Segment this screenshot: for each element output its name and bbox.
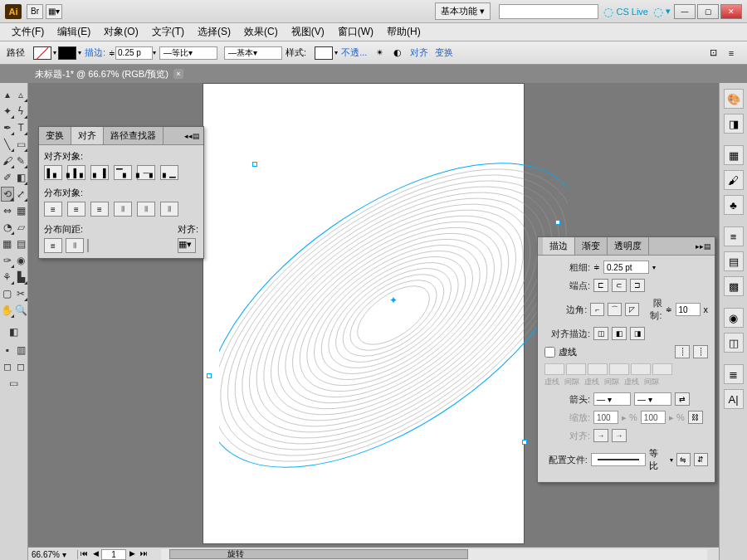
workspace-switcher[interactable]: 基本功能 ▾ xyxy=(435,2,491,20)
menu-view[interactable]: 视图(V) xyxy=(285,23,331,41)
tab-transform[interactable]: 变换 xyxy=(39,127,71,144)
document-tab-close[interactable]: × xyxy=(173,69,183,79)
dist-vcenter-button[interactable]: ≡ xyxy=(67,202,85,217)
swap-arrows-button[interactable]: ⇄ xyxy=(675,392,690,406)
fill-stroke-swatch[interactable]: ◧ xyxy=(1,323,26,341)
symbol-sprayer-tool[interactable]: ⚘ xyxy=(1,270,14,285)
pencil-tool[interactable]: ✎ xyxy=(15,153,28,168)
last-artboard-button[interactable]: ⏭ xyxy=(138,549,149,561)
dist-right-button[interactable]: ⦀ xyxy=(160,202,178,217)
mesh-tool[interactable]: ▦ xyxy=(1,236,14,251)
flip-v-button[interactable]: ⇵ xyxy=(694,453,708,466)
zoom-level[interactable]: 66.67% ▾ xyxy=(28,550,78,559)
weight-input[interactable] xyxy=(603,261,649,274)
align-right-button[interactable]: ▖▐ xyxy=(90,165,109,180)
tab-align[interactable]: 对齐 xyxy=(71,127,104,144)
draw-behind[interactable]: ◻ xyxy=(15,359,28,374)
gap-input[interactable] xyxy=(566,363,586,375)
eyedropper-tool[interactable]: ✑ xyxy=(1,253,14,268)
gradient-panel-icon[interactable]: ▤ xyxy=(724,251,744,271)
dash-align-button-1[interactable]: ┊ xyxy=(675,345,690,358)
dash-input[interactable] xyxy=(588,363,608,375)
dash-input[interactable] xyxy=(631,363,651,375)
align-top-button[interactable]: ▔▖ xyxy=(114,165,132,180)
rectangle-tool[interactable]: ▭ xyxy=(15,137,28,152)
menu-edit[interactable]: 编辑(E) xyxy=(51,23,97,41)
panel-collapse-icon[interactable]: ▸▸ xyxy=(696,242,704,251)
opacity-link[interactable]: 不透... xyxy=(341,46,367,59)
appearance-panel-icon[interactable]: ◉ xyxy=(724,308,744,328)
width-tool[interactable]: ⇔ xyxy=(1,203,14,218)
dist-top-button[interactable]: ≡ xyxy=(44,202,62,217)
next-artboard-button[interactable]: ▶ xyxy=(126,549,138,561)
draw-normal[interactable]: ◻ xyxy=(1,359,14,374)
menu-file[interactable]: 文件(F) xyxy=(5,23,51,41)
cs-live-button[interactable]: CS Live xyxy=(603,5,648,18)
cs-live-dropdown[interactable]: ▾ xyxy=(653,5,671,18)
align-stroke-center-button[interactable]: ◫ xyxy=(593,327,608,340)
dist-vspace-button[interactable]: ≡ xyxy=(44,238,62,253)
color-guide-panel-icon[interactable]: ◨ xyxy=(724,114,744,134)
align-hcenter-button[interactable]: ▖▌▖ xyxy=(67,165,85,180)
swatches-panel-icon[interactable]: ▦ xyxy=(724,145,744,165)
menu-help[interactable]: 帮助(H) xyxy=(380,23,427,41)
eraser-tool[interactable]: ◧ xyxy=(15,170,28,185)
menu-select[interactable]: 选择(S) xyxy=(191,23,237,41)
align-panel[interactable]: 变换 对齐 路径查找器 ◂◂ ▤ 对齐对象: ▌▖ ▖▌▖ ▖▐ ▔▖ ▖─▖ … xyxy=(38,126,204,259)
transform-link[interactable]: 变换 xyxy=(435,46,453,59)
document-tab[interactable]: 未标题-1* @ 66.67% (RGB/预览) × xyxy=(28,66,190,83)
graph-tool[interactable]: ▙ xyxy=(15,270,28,285)
stroke-swatch[interactable] xyxy=(58,46,76,60)
bridge-button[interactable]: Br xyxy=(27,4,43,19)
hand-tool[interactable]: ✋ xyxy=(1,303,14,318)
arrange-docs-button[interactable]: ▦▾ xyxy=(46,4,62,19)
dash-input[interactable] xyxy=(544,363,564,375)
blob-brush-tool[interactable]: ✐ xyxy=(1,170,14,185)
free-transform-tool[interactable]: ▦ xyxy=(15,203,28,218)
type-tool[interactable]: T xyxy=(15,120,28,135)
gap-input[interactable] xyxy=(652,363,672,375)
recolor-icon[interactable]: ✴ xyxy=(372,46,387,61)
dist-hspace-button[interactable]: ⦀ xyxy=(66,238,84,253)
paintbrush-tool[interactable]: 🖌 xyxy=(1,153,14,168)
slice-tool[interactable]: ✂ xyxy=(15,286,28,301)
align-stroke-inside-button[interactable]: ◧ xyxy=(612,327,627,340)
select-similar-icon[interactable]: ◐ xyxy=(390,46,405,61)
first-artboard-button[interactable]: ⏮ xyxy=(78,549,90,561)
stroke-link[interactable]: 描边: xyxy=(85,46,105,59)
zoom-tool[interactable]: 🔍 xyxy=(15,303,28,318)
panel-collapse-icon[interactable]: ◂◂ xyxy=(184,132,193,140)
width-profile-select[interactable]: — 等比 ▾ xyxy=(159,46,217,60)
gap-input[interactable] xyxy=(609,363,629,375)
stroke-weight-input[interactable] xyxy=(115,46,153,60)
flip-h-button[interactable]: ⇋ xyxy=(676,453,691,466)
dist-left-button[interactable]: ⦀ xyxy=(114,202,132,217)
selection-handle[interactable] xyxy=(252,162,257,167)
gradient-mode[interactable]: ▥ xyxy=(15,343,28,358)
menu-window[interactable]: 窗口(W) xyxy=(331,23,380,41)
brush-select[interactable]: — 基本 ▾ xyxy=(224,46,282,60)
corner-round-button[interactable]: ⌒ xyxy=(608,303,622,316)
layers-panel-icon[interactable]: ≣ xyxy=(724,364,744,384)
menu-effect[interactable]: 效果(C) xyxy=(237,23,285,41)
panel-menu-icon[interactable]: ▤ xyxy=(704,242,711,251)
artboard-tool[interactable]: ▢ xyxy=(1,286,14,301)
options-icon[interactable]: ≡ xyxy=(724,46,739,61)
rotation-center-icon[interactable]: ✦ xyxy=(389,295,398,306)
tab-gradient[interactable]: 渐变 xyxy=(575,237,608,255)
align-to-button[interactable]: ▦▾ xyxy=(178,238,196,253)
link-scale-button[interactable]: ⛓ xyxy=(688,411,703,424)
color-mode[interactable]: ▪ xyxy=(1,343,14,358)
magic-wand-tool[interactable]: ✦ xyxy=(1,104,14,119)
direct-selection-tool[interactable]: ▵ xyxy=(15,87,28,102)
dash-align-button-2[interactable]: ┊ xyxy=(693,345,708,358)
symbols-panel-icon[interactable]: ♣ xyxy=(724,195,744,215)
minimize-button[interactable]: — xyxy=(674,4,696,19)
shape-builder-tool[interactable]: ◔ xyxy=(1,220,14,235)
artboard-number[interactable]: 1 xyxy=(101,549,126,560)
maximize-button[interactable]: ▢ xyxy=(697,4,719,19)
isolation-icon[interactable]: ⊡ xyxy=(706,46,720,61)
graphic-styles-panel-icon[interactable]: ◫ xyxy=(724,333,744,353)
menu-type[interactable]: 文字(T) xyxy=(145,23,191,41)
artboards-panel-icon[interactable]: A| xyxy=(724,389,744,409)
